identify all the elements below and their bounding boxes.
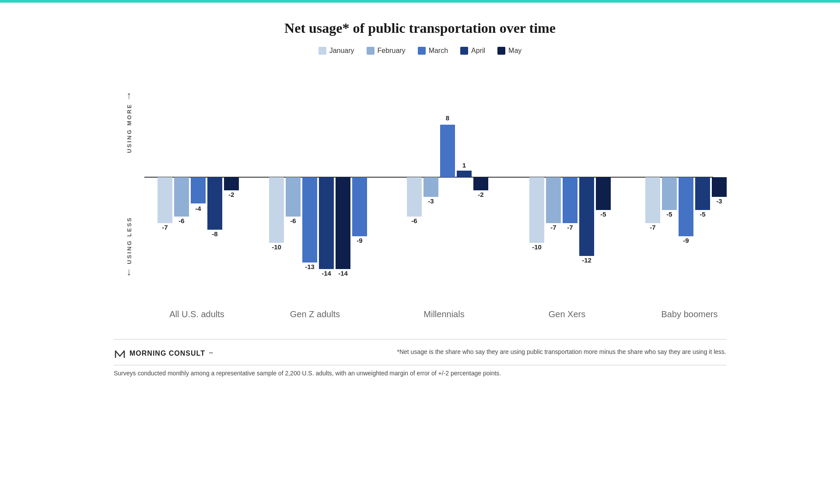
legend-label-feb: February [378,47,406,55]
brand: MORNING CONSULT ™ [114,347,214,360]
svg-text:-5: -5 [600,210,606,218]
svg-rect-53 [695,177,710,210]
svg-rect-49 [662,177,677,210]
svg-rect-40 [563,177,578,223]
svg-text:-9: -9 [683,237,689,244]
svg-text:Baby boomers: Baby boomers [662,309,718,319]
legend-row: January February March April May [114,47,726,55]
svg-text:Millennials: Millennials [424,309,464,319]
legend-item-apr: April [460,47,485,55]
svg-rect-31 [457,171,472,177]
brand-name: MORNING CONSULT [130,350,205,357]
svg-rect-36 [529,177,544,243]
svg-text:1: 1 [462,161,466,169]
top-bar [0,0,840,3]
arrow-down-icon: ↓ [126,266,132,278]
svg-text:All U.S. adults: All U.S. adults [169,309,224,319]
svg-rect-25 [407,177,422,217]
legend-swatch-feb [367,47,374,55]
svg-text:-5: -5 [700,210,705,218]
svg-rect-44 [596,177,611,210]
svg-text:-6: -6 [290,217,296,224]
svg-rect-12 [269,177,284,243]
bar-chart: -7 -6 -4 -8 -2 All U.S. adults -10 -6 -1… [144,81,713,335]
svg-text:-5: -5 [666,210,672,218]
chart-container: Net usage* of public transportation over… [114,20,726,335]
y-label-using-more: USING MORE [126,103,133,153]
svg-rect-7 [207,177,222,230]
svg-rect-38 [546,177,561,223]
svg-text:-12: -12 [582,256,592,264]
legend-item-jan: January [318,47,354,55]
svg-text:-7: -7 [162,224,168,231]
svg-text:-4: -4 [195,205,201,212]
svg-rect-18 [319,177,334,269]
svg-rect-33 [473,177,488,190]
svg-text:Gen Z adults: Gen Z adults [290,309,340,319]
svg-text:-14: -14 [338,270,348,277]
legend-swatch-mar [418,47,426,55]
svg-rect-3 [174,177,189,217]
svg-rect-9 [224,177,239,190]
svg-text:-14: -14 [322,270,331,277]
legend-item-may: May [497,47,522,55]
svg-rect-29 [440,125,455,177]
svg-text:-10: -10 [272,243,281,251]
legend-label-jan: January [329,47,354,55]
svg-rect-1 [158,177,172,223]
footer-row: MORNING CONSULT ™ *Net usage is the shar… [114,340,726,363]
svg-text:-3: -3 [428,197,434,205]
svg-rect-14 [286,177,301,217]
legend-label-mar: March [429,47,448,55]
legend-label-apr: April [471,47,485,55]
brand-logo-icon [114,347,126,360]
svg-text:-7: -7 [567,224,573,231]
svg-rect-51 [679,177,693,236]
chart-title: Net usage* of public transportation over… [114,20,726,36]
svg-rect-55 [712,177,727,197]
svg-rect-42 [579,177,594,256]
svg-rect-27 [424,177,438,197]
svg-rect-22 [352,177,367,236]
svg-text:-9: -9 [357,237,362,244]
svg-text:-2: -2 [228,191,234,198]
arrow-up-icon: ↑ [126,90,132,102]
legend-item-feb: February [367,47,406,55]
svg-text:-7: -7 [650,224,655,231]
svg-text:-3: -3 [716,197,722,205]
svg-text:-6: -6 [178,217,184,224]
svg-rect-5 [191,177,206,203]
legend-label-may: May [508,47,522,55]
legend-swatch-apr [460,47,468,55]
svg-text:8: 8 [446,114,449,122]
svg-rect-20 [336,177,350,269]
svg-rect-16 [302,177,317,262]
y-label-using-less: USING LESS [126,217,133,264]
svg-text:-2: -2 [478,191,483,198]
footnote: *Net usage is the share who say they are… [397,347,726,357]
svg-text:-7: -7 [550,224,556,231]
svg-text:-8: -8 [212,230,217,238]
svg-text:-13: -13 [305,263,315,270]
legend-swatch-jan [318,47,326,55]
svg-text:Gen Xers: Gen Xers [549,309,585,319]
survey-note: Surveys conducted monthly among a repres… [114,365,726,388]
svg-rect-47 [645,177,660,223]
svg-text:-6: -6 [411,217,417,224]
legend-swatch-may [497,47,505,55]
legend-item-mar: March [418,47,448,55]
svg-text:-10: -10 [532,243,542,251]
